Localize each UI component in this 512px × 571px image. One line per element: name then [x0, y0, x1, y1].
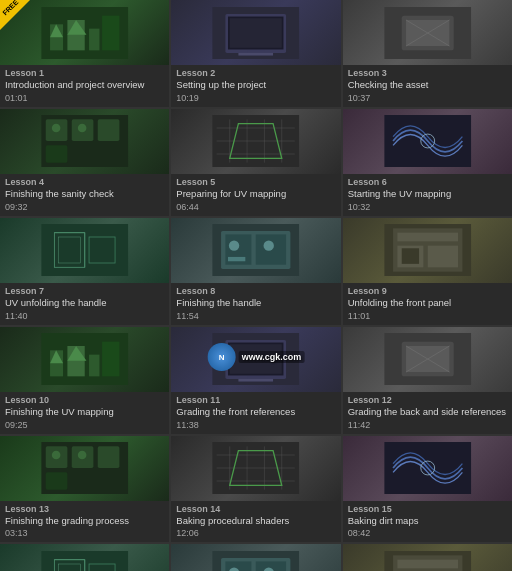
lesson-thumbnail-12 — [343, 327, 512, 392]
lesson-item-6[interactable]: Lesson 6 Starting the UV mapping 10:32 — [343, 109, 512, 216]
lesson-title-9: Unfolding the front panel — [348, 297, 507, 309]
lesson-thumbnail-10 — [0, 327, 169, 392]
lesson-time-5: 06:44 — [176, 202, 335, 212]
lesson-thumbnail-18 — [343, 544, 512, 571]
lesson-thumbnail-5 — [171, 109, 340, 174]
lesson-title-7: UV unfolding the handle — [5, 297, 164, 309]
lesson-thumbnail-7 — [0, 218, 169, 283]
lesson-number-11: Lesson 11 — [176, 395, 335, 405]
svg-rect-65 — [230, 344, 282, 373]
lesson-info-10: Lesson 10 Finishing the UV mapping 09:25 — [0, 392, 169, 434]
lesson-number-9: Lesson 9 — [348, 286, 507, 296]
lesson-time-15: 08:42 — [348, 528, 507, 538]
lesson-item-15[interactable]: Lesson 15 Baking dirt maps 08:42 — [343, 436, 512, 543]
lesson-time-14: 12:06 — [176, 528, 335, 538]
lesson-number-12: Lesson 12 — [348, 395, 507, 405]
lesson-thumbnail-14 — [171, 436, 340, 501]
svg-rect-59 — [102, 342, 119, 377]
lesson-time-3: 10:37 — [348, 93, 507, 103]
lesson-title-8: Finishing the handle — [176, 297, 335, 309]
lesson-info-15: Lesson 15 Baking dirt maps 08:42 — [343, 501, 512, 543]
svg-rect-4 — [102, 15, 119, 50]
lesson-item-13[interactable]: Lesson 13 Finishing the grading process … — [0, 436, 169, 543]
lesson-number-10: Lesson 10 — [5, 395, 164, 405]
svg-point-78 — [52, 451, 61, 460]
lesson-title-5: Preparing for UV mapping — [176, 188, 335, 200]
lesson-title-13: Finishing the grading process — [5, 515, 164, 527]
lesson-time-6: 10:32 — [348, 202, 507, 212]
lesson-item-1[interactable]: FREE Lesson 1 Introduction and project o… — [0, 0, 169, 107]
lesson-title-14: Baking procedural shaders — [176, 515, 335, 527]
lesson-item-8[interactable]: Lesson 8 Finishing the handle 11:54 — [171, 218, 340, 325]
svg-rect-54 — [401, 249, 418, 265]
lesson-item-18[interactable]: Lesson 18 Working on the plastic panels … — [343, 544, 512, 571]
lesson-number-2: Lesson 2 — [176, 68, 335, 78]
lesson-number-1: Lesson 1 — [5, 68, 164, 78]
lesson-info-7: Lesson 7 UV unfolding the handle 11:40 — [0, 283, 169, 325]
svg-point-47 — [264, 241, 274, 251]
svg-rect-58 — [89, 355, 99, 377]
lesson-item-5[interactable]: Lesson 5 Preparing for UV mapping 06:44 — [171, 109, 340, 216]
lesson-thumbnail-17 — [171, 544, 340, 571]
lesson-time-10: 09:25 — [5, 420, 164, 430]
lessons-grid: FREE Lesson 1 Introduction and project o… — [0, 0, 512, 571]
lesson-info-1: Lesson 1 Introduction and project overvi… — [0, 65, 169, 107]
lesson-time-1: 01:01 — [5, 93, 164, 103]
svg-point-24 — [78, 124, 87, 133]
svg-rect-53 — [427, 246, 457, 268]
lesson-thumbnail-13 — [0, 436, 169, 501]
lesson-info-11: Lesson 11 Grading the front references 1… — [171, 392, 340, 434]
lesson-number-7: Lesson 7 — [5, 286, 164, 296]
svg-point-23 — [52, 124, 61, 133]
lesson-number-14: Lesson 14 — [176, 504, 335, 514]
lesson-title-6: Starting the UV mapping — [348, 188, 507, 200]
lesson-item-17[interactable]: Lesson 17 Working on the front projectio… — [171, 544, 340, 571]
lesson-item-9[interactable]: Lesson 9 Unfolding the front panel 11:01 — [343, 218, 512, 325]
free-badge: FREE — [0, 0, 30, 30]
lesson-info-5: Lesson 5 Preparing for UV mapping 06:44 — [171, 174, 340, 216]
lesson-number-8: Lesson 8 — [176, 286, 335, 296]
lesson-item-3[interactable]: Lesson 3 Checking the asset 10:37 — [343, 0, 512, 107]
lesson-info-14: Lesson 14 Baking procedural shaders 12:0… — [171, 501, 340, 543]
lesson-time-7: 11:40 — [5, 311, 164, 321]
lesson-number-4: Lesson 4 — [5, 177, 164, 187]
lesson-info-9: Lesson 9 Unfolding the front panel 11:01 — [343, 283, 512, 325]
lesson-thumbnail-2 — [171, 0, 340, 65]
svg-rect-67 — [239, 379, 274, 382]
lesson-item-10[interactable]: Lesson 10 Finishing the UV mapping 09:25 — [0, 327, 169, 434]
lesson-time-11: 11:38 — [176, 420, 335, 430]
lesson-info-8: Lesson 8 Finishing the handle 11:54 — [171, 283, 340, 325]
lesson-item-16[interactable]: Lesson 16 Creating projection guides 10:… — [0, 544, 169, 571]
lesson-thumbnail-9 — [343, 218, 512, 283]
lesson-item-2[interactable]: Lesson 2 Setting up the project 10:19 — [171, 0, 340, 107]
lesson-info-13: Lesson 13 Finishing the grading process … — [0, 501, 169, 543]
lesson-info-3: Lesson 3 Checking the asset 10:37 — [343, 65, 512, 107]
lesson-item-14[interactable]: Lesson 14 Baking procedural shaders 12:0… — [171, 436, 340, 543]
lesson-item-7[interactable]: Lesson 7 UV unfolding the handle 11:40 — [0, 218, 169, 325]
svg-rect-12 — [239, 52, 274, 55]
lesson-time-12: 11:42 — [348, 420, 507, 430]
lesson-item-12[interactable]: Lesson 12 Grading the back and side refe… — [343, 327, 512, 434]
svg-rect-76 — [98, 446, 120, 468]
lesson-title-3: Checking the asset — [348, 79, 507, 91]
lesson-item-4[interactable]: Lesson 4 Finishing the sanity check 09:3… — [0, 109, 169, 216]
lesson-info-2: Lesson 2 Setting up the project 10:19 — [171, 65, 340, 107]
svg-rect-99 — [226, 561, 252, 571]
lesson-title-12: Grading the back and side references — [348, 406, 507, 418]
lesson-thumbnail-15 — [343, 436, 512, 501]
lesson-number-13: Lesson 13 — [5, 504, 164, 514]
svg-rect-21 — [98, 120, 120, 142]
lesson-info-12: Lesson 12 Grading the back and side refe… — [343, 392, 512, 434]
lesson-number-3: Lesson 3 — [348, 68, 507, 78]
svg-rect-106 — [397, 560, 458, 569]
lesson-info-4: Lesson 4 Finishing the sanity check 09:3… — [0, 174, 169, 216]
svg-rect-48 — [228, 257, 245, 261]
lesson-title-15: Baking dirt maps — [348, 515, 507, 527]
lesson-time-2: 10:19 — [176, 93, 335, 103]
svg-point-79 — [78, 451, 87, 460]
svg-rect-51 — [397, 233, 458, 242]
lesson-item-11[interactable]: Lesson 11 Grading the front references 1… — [171, 327, 340, 434]
lesson-info-6: Lesson 6 Starting the UV mapping 10:32 — [343, 174, 512, 216]
svg-rect-10 — [230, 18, 282, 47]
svg-point-46 — [229, 241, 239, 251]
